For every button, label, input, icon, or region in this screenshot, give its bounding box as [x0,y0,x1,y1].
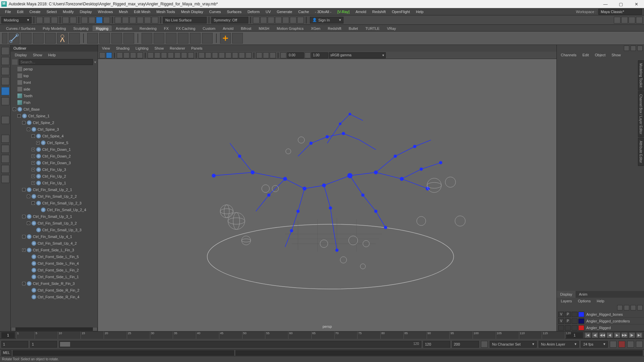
vp-shadows-icon[interactable] [225,52,231,58]
filter-icon[interactable] [12,59,17,65]
tree-item[interactable]: +Ctrl_Fin_Down_3 [11,160,98,166]
tree-item[interactable]: top [11,72,98,79]
vp-isolate-icon[interactable] [256,52,262,58]
wrap-icon[interactable] [123,33,134,44]
viewport-menu-show[interactable]: Show [152,46,167,50]
menu-redshift[interactable]: Redshift [369,8,389,15]
snap-curve-icon[interactable] [122,17,129,23]
layer-v-toggle[interactable] [558,325,564,330]
menu-editmesh[interactable]: Edit Mesh [131,8,153,15]
go-to-start-button[interactable]: |◀ [584,332,591,338]
vp-grid-icon[interactable] [148,52,154,58]
layer-row[interactable]: VPAngler_Rigged_bones [557,311,644,318]
tree-item[interactable]: -Ctrl_Fin_Small_Up_2_2 [11,193,98,200]
tree-expand-icon[interactable]: + [32,181,35,185]
layer-move-down-icon[interactable] [624,305,629,310]
rotate-tool-icon[interactable] [1,87,9,95]
tree-item[interactable]: +Ctrl_Fin_Up_3 [11,166,98,173]
tree-item[interactable]: -Ctrl_Fin_Small_Up_2_3 [11,200,98,206]
paint-weights-icon[interactable] [166,33,176,44]
play-forward-button[interactable]: ▶ [614,332,621,338]
insert-joint-icon[interactable] [21,33,32,44]
tree-item[interactable]: -Ctrl_Spine_1 [11,113,98,119]
vp-2d-pan-icon[interactable] [130,52,136,58]
joint-tool-icon[interactable] [9,33,19,44]
snap-view-icon[interactable] [152,17,158,23]
minimize-button[interactable]: — [598,0,613,8]
viewport-menu-renderer[interactable]: Renderer [167,46,188,50]
shelf-tab-fxcaching[interactable]: FX Caching [173,25,199,31]
channel-toggle-2-icon[interactable] [631,46,636,51]
copy-weights-icon[interactable] [190,33,201,44]
search-dropdown-icon[interactable]: ▾ [94,60,96,64]
layer-type-cell[interactable] [572,318,578,324]
vp-wireframe-icon[interactable] [199,52,205,58]
tree-item[interactable]: side [11,86,98,93]
menu-dtoall[interactable]: - 3DtoAll - [312,8,334,15]
tree-item[interactable]: +Ctrl_Fornt_Side_L_Fin_3 [11,247,98,253]
select-lasso-icon[interactable] [103,17,110,23]
layer-tab-anim[interactable]: Anim [576,291,591,298]
shelf-tab-bifrost[interactable]: Bifrost [237,25,255,31]
tree-item[interactable]: Ctrl_Fin_Small_Up_3_3 [11,227,98,233]
lattice-icon[interactable] [87,33,98,44]
vp-motion-blur-icon[interactable] [239,52,245,58]
layer-p-toggle[interactable]: P [565,318,571,324]
tree-item[interactable]: Ctrl_Fin_Small_Up_4_2 [11,240,98,247]
shelf-tab-xgen[interactable]: XGen [308,25,324,31]
panel-tab-channelboxlayereditor[interactable]: Channel Box / Layer Editor [638,91,644,137]
menu-help[interactable]: Help [413,8,427,15]
tree-item[interactable]: Ctrl_Fornt_Side_L_Fin_1 [11,274,98,280]
character-set-dropdown[interactable]: No Character Set▾ [490,341,537,348]
save-scene-icon[interactable] [51,17,58,23]
shelf-tab-bullet[interactable]: Bullet [345,25,362,31]
shelf-tab-redshift[interactable]: Redshift [324,25,344,31]
toggle-tool-settings-icon[interactable] [629,17,635,23]
cluster-icon[interactable] [99,33,110,44]
layout-persp-icon[interactable] [1,165,9,173]
snap-plane-icon[interactable] [137,17,144,23]
step-forward-key-button[interactable]: |▶ [629,332,635,338]
select-mode-icon[interactable] [81,17,88,23]
menu-deform[interactable]: Deform [245,8,263,15]
vp-film-gate-icon[interactable] [154,52,160,58]
tree-item[interactable]: +Ctrl_Fin_Down_2 [11,153,98,160]
command-input[interactable] [13,350,234,356]
shelf-tab-vray[interactable]: VRay [384,25,399,31]
lasso-tool-icon[interactable] [1,57,9,65]
viewport-menu-lighting[interactable]: Lighting [133,46,151,50]
vp-xray-joints-icon[interactable] [270,52,276,58]
tree-expand-icon[interactable]: - [27,222,30,225]
shelf-tab-rendering[interactable]: Rendering [136,25,160,31]
layer-type-cell[interactable] [572,312,578,317]
vp-select-camera-icon[interactable] [99,52,105,58]
outliner-menu-show[interactable]: Show [30,53,45,57]
vp-exposure-field[interactable]: 0.00 [287,52,304,58]
tree-item[interactable]: -Ctrl_Fornt_Side_R_Fin_3 [11,280,98,287]
select-comp-icon[interactable] [96,17,103,23]
vp-safe-action-icon[interactable] [181,52,187,58]
menu-mesh[interactable]: Mesh [116,8,131,15]
close-button[interactable]: ✕ [629,0,644,8]
tree-item[interactable]: front [11,79,98,86]
layer-new-empty-icon[interactable] [631,305,636,310]
shelf-toggle-icon[interactable] [2,33,7,44]
toggle-channel-box-icon[interactable] [636,17,643,23]
bind-skin-icon[interactable] [142,33,152,44]
tree-item[interactable]: -Ctrl_Spine_2 [11,119,98,126]
anim-start-field[interactable]: 1 [1,341,28,348]
shelf-tab-custom[interactable]: Custom [199,25,219,31]
menu-file[interactable]: File [2,8,14,15]
viewport-canvas[interactable]: persp [98,59,556,331]
shelf-tab-sculpting[interactable]: Sculpting [70,25,92,31]
menu-select[interactable]: Select [44,8,60,15]
scale-tool-icon[interactable] [1,97,9,105]
menu-modify[interactable]: Modify [60,8,76,15]
vp-safe-title-icon[interactable] [188,52,194,58]
tree-expand-icon[interactable]: - [27,128,30,131]
step-back-button[interactable]: ◀◀ [599,332,606,338]
outliner-menu-help[interactable]: Help [46,53,59,57]
playback-end-field[interactable]: 120 [423,341,450,348]
tree-item[interactable]: Ctrl_Fin_Small_Up_2_4 [11,206,98,213]
vp-grease-pencil-icon[interactable] [137,52,143,58]
